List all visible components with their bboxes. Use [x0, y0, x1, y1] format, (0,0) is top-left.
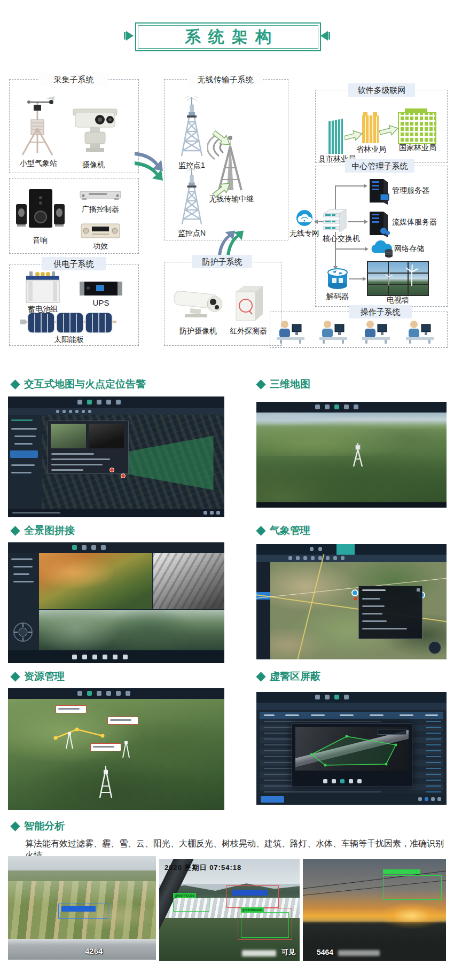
line-to-server2: [348, 221, 365, 222]
weather-popup: [358, 586, 422, 639]
tvwall-turbine2-icon: [385, 272, 393, 286]
photo2-caption: 可见: [281, 947, 295, 957]
photo2-timestamp: 2020 星期日 07:54:18: [165, 863, 241, 873]
county-building-icon: [328, 119, 343, 154]
photo1-hills: [8, 870, 156, 881]
col-line: [425, 714, 438, 716]
resource-tower-small-icon: [64, 730, 75, 749]
shotA-statusbar: [8, 509, 224, 517]
nav-icon-active: [334, 695, 339, 699]
ptz-joystick-icon: [12, 621, 34, 643]
protection-camera-label: 防护摄像机: [174, 326, 222, 336]
shotC-nav-icons: [72, 545, 106, 550]
photo3-caption: 5464: [317, 948, 333, 956]
sidebar-line: [13, 573, 29, 575]
photo2-red-box-1: [226, 885, 279, 908]
control-icon: [349, 779, 353, 783]
analysis-photo-greenhouse: 2020 星期日 07:54:18 greenhouse greenhouse …: [159, 859, 300, 961]
nav-icon-active: [87, 691, 92, 696]
nav-icon: [344, 405, 349, 409]
shotF-bottombar: [256, 794, 447, 805]
core-switch-icon: [322, 207, 349, 232]
sidebar-line: [14, 443, 33, 445]
nav-icon: [325, 695, 330, 699]
feature-header-false-alarm: 虚警区屏蔽: [257, 670, 320, 683]
media-server-icon: [367, 211, 391, 237]
popup-close-icon: [417, 588, 420, 592]
weather-station-pin: [351, 589, 358, 596]
tool-icon: [341, 556, 345, 560]
feature-title: 三维地图: [270, 377, 310, 391]
photo1-detection-label: [61, 906, 96, 912]
tool-icon: [72, 655, 77, 659]
tool-icon: [288, 556, 292, 560]
photo1-road: [8, 939, 156, 960]
row-action-links: [426, 719, 441, 793]
software-network-header: 软件多级联网: [348, 83, 415, 97]
banner-left-tick: [124, 32, 126, 40]
alarm-visible-thumb: [51, 424, 86, 448]
shotB-bottombar: [256, 502, 447, 508]
banner-inner-border: 系统架构: [138, 25, 318, 49]
nav-icon: [77, 400, 82, 405]
panel-visible-photo: [39, 553, 152, 609]
solar-panel-label: 太阳能板: [50, 335, 88, 345]
resource-flag-label: [90, 743, 121, 751]
status-line: [12, 512, 60, 514]
sidebar-line: [11, 558, 33, 560]
weather-station-label: 小型气象站: [12, 159, 65, 168]
screenshot-resource: [8, 688, 224, 810]
tool-icon: [75, 410, 79, 413]
decoder-label: 解码器: [324, 292, 351, 301]
photo-label-chip: [378, 729, 406, 735]
shotE-nav-icons: [77, 691, 130, 696]
nav-icon: [310, 547, 314, 551]
nav-icon-active: [334, 405, 339, 409]
tool-icon: [56, 410, 59, 413]
feature-title: 交互式地图与火点定位告警: [24, 377, 146, 391]
tool-icon: [62, 410, 66, 413]
nav-icon: [126, 691, 130, 696]
tool-icon: [333, 556, 337, 560]
nav-icon: [82, 545, 87, 550]
province-building-icon: [362, 115, 379, 143]
resource-flag-label: [56, 705, 87, 713]
network-storage-icon: [369, 239, 394, 259]
nav-icon: [325, 405, 330, 409]
diamond-icon: [10, 821, 20, 831]
wireless-private-network-label: 无线专网: [287, 229, 322, 238]
ups-label: UPS: [88, 298, 114, 307]
photo2-green-label-2: greenhouse: [241, 907, 264, 912]
mask-edit-modal: [292, 723, 412, 787]
shotF-nav-icons: [315, 695, 349, 699]
speaker-label: 音响: [27, 236, 53, 245]
feature-title: 气象管理: [270, 524, 310, 538]
nav-icon: [106, 691, 111, 696]
panel-thermal-photo: [153, 553, 224, 609]
photo1-sky: [8, 856, 156, 870]
sidebar-line: [11, 464, 35, 466]
sidebar-selected-item: [10, 450, 38, 458]
flag-text-line: [93, 746, 114, 748]
core-switch-label: 核心交换机: [317, 234, 365, 244]
sidebar-line: [13, 566, 33, 567]
diamond-icon: [256, 672, 265, 681]
control-icon-active: [340, 779, 345, 783]
line-to-server1: [335, 185, 365, 186]
panel-panorama-strip: [39, 610, 224, 650]
page: 系统架构 采集子系统 小型气象站 摄像机: [0, 0, 454, 980]
province-bureau-label: 省林业局: [355, 145, 388, 154]
feature-title: 智能分析: [24, 819, 65, 833]
lake: [256, 413, 342, 425]
broadcast-controller-icon: [79, 188, 122, 202]
col-line: [340, 714, 354, 716]
banner-left-arrow-icon: [126, 31, 134, 41]
operator-1-icon: [276, 317, 306, 344]
alarm-popup: [48, 421, 129, 474]
nav-icon: [106, 400, 111, 405]
photo2-green-box-1: greenhouse: [173, 898, 209, 912]
diamond-icon: [256, 379, 265, 389]
shotD-tool-icons: [288, 556, 345, 560]
col-line: [400, 714, 413, 716]
status-icons: [203, 511, 220, 515]
